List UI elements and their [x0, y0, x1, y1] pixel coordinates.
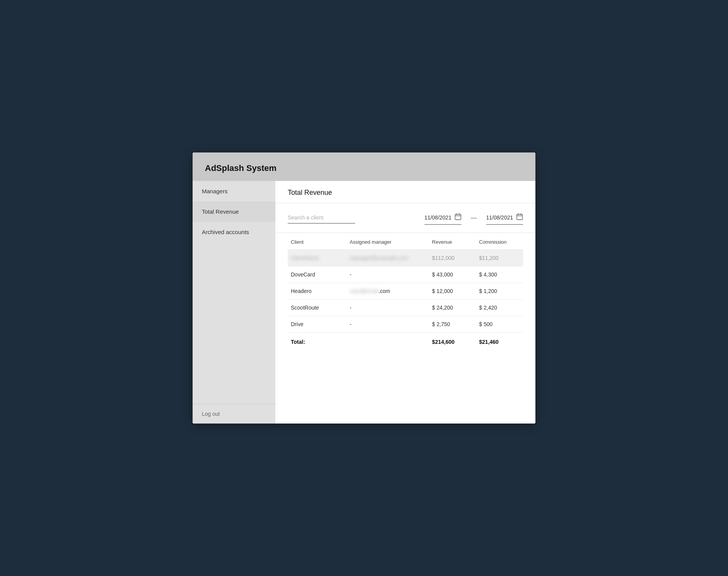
calendar-from-icon[interactable] — [455, 213, 461, 222]
app-title: AdSplash System — [205, 163, 277, 173]
cell-client: Drive — [288, 316, 347, 333]
sidebar-nav: Managers Total Revenue Archived accounts — [193, 181, 275, 404]
col-header-commission: Commission — [476, 233, 523, 250]
sidebar-item-total-revenue[interactable]: Total Revenue — [193, 201, 275, 222]
app-window: AdSplash System Managers Total Revenue A… — [193, 152, 535, 424]
logout-button[interactable]: Log out — [202, 411, 220, 417]
table-row: DoveCard-$ 43,000$ 4,300 — [288, 266, 523, 283]
cell-commission: $11,200 — [476, 250, 523, 266]
date-to-value: 11/08/2021 — [486, 214, 513, 221]
date-separator: — — [471, 214, 477, 221]
cell-commission: $ 4,300 — [476, 266, 523, 283]
sidebar-footer: Log out — [193, 404, 275, 424]
sidebar-item-archived-accounts[interactable]: Archived accounts — [193, 222, 275, 242]
search-input[interactable] — [288, 212, 355, 224]
table-row: ClientNamemanager@example.com$112,000$11… — [288, 250, 523, 266]
app-body: Managers Total Revenue Archived accounts… — [193, 181, 535, 424]
cell-manager: - — [347, 300, 429, 316]
cell-manager: manager@example.com — [347, 250, 429, 266]
calendar-to-icon[interactable] — [516, 213, 523, 222]
cell-client: Headero — [288, 283, 347, 300]
cell-revenue: $ 24,200 — [429, 300, 476, 316]
date-to-field: 11/08/2021 — [486, 211, 523, 225]
cell-commission: $ 2,420 — [476, 300, 523, 316]
cell-revenue: $ 2,750 — [429, 316, 476, 333]
cell-commission: $ 1,200 — [476, 283, 523, 300]
total-revenue-value: $214,600 — [429, 333, 476, 350]
sidebar: Managers Total Revenue Archived accounts… — [193, 181, 275, 424]
cell-client: ScootRoute — [288, 300, 347, 316]
cell-manager: - — [347, 266, 429, 283]
table-container: Client Assigned manager Revenue Commissi… — [275, 233, 535, 350]
main-header: Total Revenue — [275, 181, 535, 203]
app-header: AdSplash System — [193, 152, 535, 181]
cell-client: ClientName — [288, 250, 347, 266]
cell-revenue: $112,000 — [429, 250, 476, 266]
page-title: Total Revenue — [288, 189, 332, 196]
table-row: Drive-$ 2,750$ 500 — [288, 316, 523, 333]
date-from-value: 11/08/2021 — [424, 214, 451, 221]
revenue-table: Client Assigned manager Revenue Commissi… — [288, 233, 523, 350]
svg-rect-4 — [517, 214, 523, 220]
date-from-field: 11/08/2021 — [424, 211, 461, 225]
main-content: Total Revenue 11/08/2021 — [275, 181, 535, 424]
cell-manager: user@email.com — [347, 283, 429, 300]
col-header-manager: Assigned manager — [347, 233, 429, 250]
cell-commission: $ 500 — [476, 316, 523, 333]
svg-rect-0 — [455, 214, 461, 220]
table-row: ScootRoute-$ 24,200$ 2,420 — [288, 300, 523, 316]
sidebar-item-managers[interactable]: Managers — [193, 181, 275, 201]
total-label: Total: — [288, 333, 347, 350]
col-header-client: Client — [288, 233, 347, 250]
col-header-revenue: Revenue — [429, 233, 476, 250]
table-total-row: Total:$214,600$21,460 — [288, 333, 523, 350]
cell-manager: - — [347, 316, 429, 333]
table-header-row: Client Assigned manager Revenue Commissi… — [288, 233, 523, 250]
cell-client: DoveCard — [288, 266, 347, 283]
total-manager-empty — [347, 333, 429, 350]
table-row: Headerouser@email.com$ 12,000$ 1,200 — [288, 283, 523, 300]
total-commission-value: $21,460 — [476, 333, 523, 350]
cell-revenue: $ 43,000 — [429, 266, 476, 283]
cell-revenue: $ 12,000 — [429, 283, 476, 300]
filters-row: 11/08/2021 — 11/08/2021 — [275, 203, 535, 233]
